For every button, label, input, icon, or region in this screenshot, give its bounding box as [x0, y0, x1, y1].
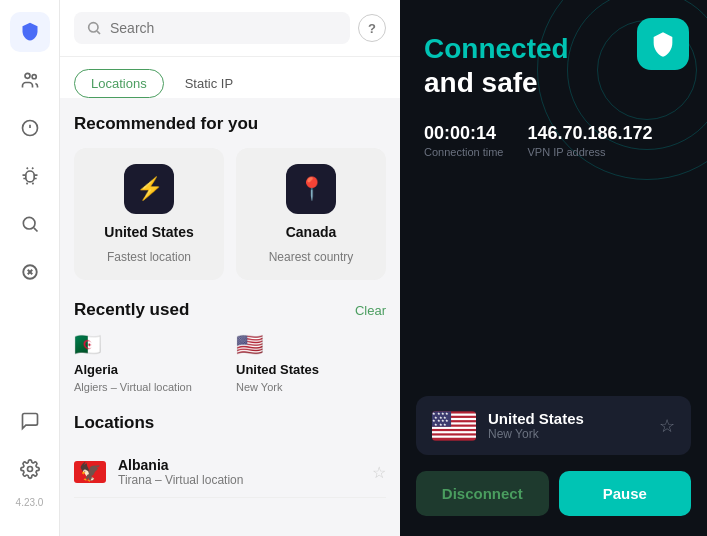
sidebar-item-close[interactable]	[10, 252, 50, 292]
safe-text: and safe	[424, 67, 538, 98]
svg-line-6	[33, 228, 37, 232]
sidebar-item-shield[interactable]	[10, 12, 50, 52]
svg-point-1	[32, 75, 36, 79]
stat-ip: 146.70.186.172 VPN IP address	[528, 123, 653, 158]
sidebar-item-people[interactable]	[10, 60, 50, 100]
rec-card-us[interactable]: ⚡ United States Fastest location	[74, 148, 224, 280]
help-button[interactable]: ?	[358, 14, 386, 42]
algeria-sub: Algiers – Virtual location	[74, 381, 224, 393]
svg-point-0	[25, 73, 30, 78]
tab-static-ip[interactable]: Static IP	[168, 69, 250, 98]
us-sub-recent: New York	[236, 381, 386, 393]
search-wrapper	[74, 12, 350, 44]
connected-panel: Connected and safe 00:00:14 Connection t…	[400, 0, 707, 536]
svg-text:★: ★	[439, 423, 443, 427]
albania-star[interactable]: ☆	[372, 463, 386, 482]
albania-name: Albania	[118, 457, 360, 473]
svg-rect-18	[432, 431, 476, 433]
rec-card-us-sub: Fastest location	[107, 250, 191, 264]
recent-item-us[interactable]: 🇺🇸 United States New York	[236, 332, 386, 393]
svg-rect-19	[432, 435, 476, 437]
stat-timer: 00:00:14 Connection time	[424, 123, 504, 158]
sidebar-item-settings[interactable]	[10, 449, 50, 489]
recently-title: Recently used	[74, 300, 189, 320]
recently-header: Recently used Clear	[74, 300, 386, 320]
svg-text:★: ★	[443, 423, 447, 427]
rec-card-us-icon: ⚡	[124, 164, 174, 214]
action-buttons: Disconnect Pause	[400, 471, 707, 536]
sidebar-item-search[interactable]	[10, 204, 50, 244]
albania-sub: Tirana – Virtual location	[118, 473, 360, 487]
recommended-title: Recommended for you	[74, 114, 386, 134]
timer-label: Connection time	[424, 146, 504, 158]
svg-point-11	[89, 23, 98, 32]
connected-text: Connected	[424, 33, 569, 64]
svg-point-5	[23, 217, 35, 229]
us-flag-recent: 🇺🇸	[236, 332, 386, 358]
sidebar: 4.23.0	[0, 0, 60, 536]
rec-card-ca-icon: 📍	[286, 164, 336, 214]
sidebar-item-alert[interactable]	[10, 108, 50, 148]
connected-location-info: United States New York	[488, 410, 647, 441]
recent-items: 🇩🇿 Algeria Algiers – Virtual location 🇺🇸…	[74, 332, 386, 393]
locations-title: Locations	[74, 413, 386, 433]
search-icon	[86, 20, 102, 36]
rec-card-ca-sub: Nearest country	[269, 250, 354, 264]
svg-line-12	[97, 31, 100, 34]
tabs: Locations Static IP	[60, 57, 400, 98]
rec-card-us-name: United States	[104, 224, 193, 240]
connected-heading: Connected and safe	[424, 32, 683, 99]
app-version: 4.23.0	[16, 497, 44, 516]
main-content: Recommended for you ⚡ United States Fast…	[60, 98, 400, 536]
algeria-name: Algeria	[74, 362, 224, 377]
ip-value: 146.70.186.172	[528, 123, 653, 144]
albania-flag: 🦅	[74, 461, 106, 483]
connected-title: Connected and safe	[400, 0, 707, 99]
stats-row: 00:00:14 Connection time 146.70.186.172 …	[400, 99, 707, 158]
connected-star[interactable]: ☆	[659, 415, 675, 437]
pause-button[interactable]: Pause	[559, 471, 692, 516]
rec-card-ca-name: Canada	[286, 224, 337, 240]
svg-text:★: ★	[434, 423, 438, 427]
svg-point-10	[27, 467, 32, 472]
algeria-flag: 🇩🇿	[74, 332, 224, 358]
tab-locations[interactable]: Locations	[74, 69, 164, 98]
recommended-cards: ⚡ United States Fastest location 📍 Canad…	[74, 148, 386, 280]
connected-flag: ★★★★ ★★★ ★★★★ ★★★	[432, 411, 476, 441]
ip-label: VPN IP address	[528, 146, 653, 158]
rec-card-ca[interactable]: 📍 Canada Nearest country	[236, 148, 386, 280]
connected-city: New York	[488, 427, 647, 441]
sidebar-item-bug[interactable]	[10, 156, 50, 196]
timer-value: 00:00:14	[424, 123, 504, 144]
connected-location[interactable]: ★★★★ ★★★ ★★★★ ★★★ United States New York…	[416, 396, 691, 455]
search-bar: ?	[60, 0, 400, 57]
location-item-albania[interactable]: 🦅 Albania Tirana – Virtual location ☆	[74, 447, 386, 498]
disconnect-button[interactable]: Disconnect	[416, 471, 549, 516]
recent-item-algeria[interactable]: 🇩🇿 Algeria Algiers – Virtual location	[74, 332, 224, 393]
albania-info: Albania Tirana – Virtual location	[118, 457, 360, 487]
sidebar-item-chat[interactable]	[10, 401, 50, 441]
main-panel: ? Locations Static IP Recommended for yo…	[60, 0, 400, 536]
svg-rect-17	[432, 426, 476, 428]
us-name-recent: United States	[236, 362, 386, 377]
search-input[interactable]	[110, 20, 338, 36]
clear-button[interactable]: Clear	[355, 303, 386, 318]
connected-country: United States	[488, 410, 647, 427]
